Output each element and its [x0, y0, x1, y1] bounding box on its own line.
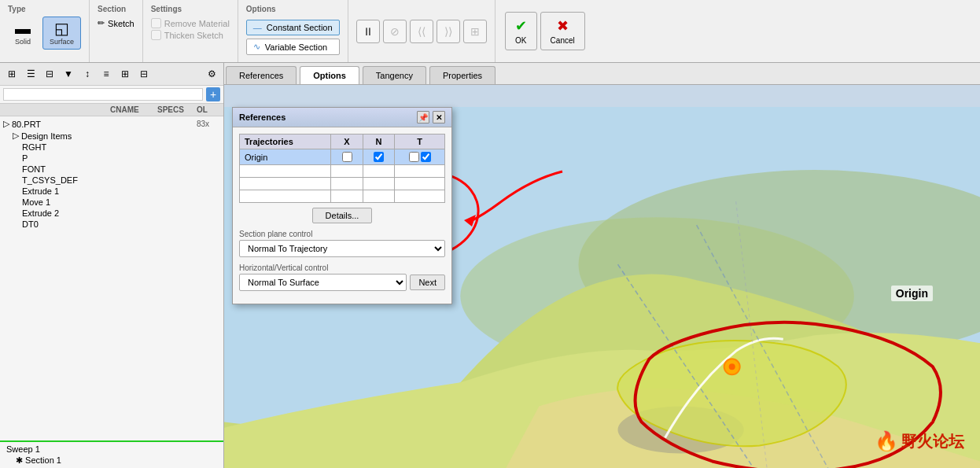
list-item[interactable]: DT0 [0, 219, 223, 230]
tabs-bar: References Options Tangency Properties [224, 63, 980, 85]
constant-section-icon: — [253, 23, 262, 32]
stop-btn[interactable]: ⊘ [383, 20, 407, 43]
surface-label: Surface [50, 38, 74, 46]
horiz-vert-select[interactable]: Normal To Surface Normal Trajectory X-Tr… [239, 274, 407, 291]
type-items: ▬ Solid ◱ Surface [8, 17, 81, 50]
n-checkbox-cell [363, 149, 394, 165]
section-plane-label: Section plane control [239, 230, 445, 238]
section-plane-row: Normal To Trajectory Normal To Projectio… [239, 240, 445, 257]
item-name-dt0: DT0 [22, 219, 110, 229]
variable-section-label: Variable Section [265, 42, 327, 52]
thicken-sketch-item: Thicken Sketch [151, 30, 230, 40]
sidebar-search-input[interactable] [3, 88, 203, 101]
t-checkbox-cell [395, 149, 445, 165]
sidebar-search-row: + [0, 86, 223, 104]
tree-col-ol: OL [197, 105, 220, 114]
dialog-title: References [239, 112, 286, 122]
origin-t2-checkbox[interactable] [421, 152, 431, 162]
solid-label: Solid [15, 38, 31, 46]
list-item[interactable]: T_CSYS_DEF [0, 175, 223, 186]
origin-x-checkbox[interactable] [342, 152, 352, 162]
item-name-extrude1: Extrude 1 [22, 186, 110, 196]
3d-viewport: Section 1 Origin References 📌 ✕ [224, 85, 980, 468]
list-item[interactable]: Extrude 2 [0, 208, 223, 219]
item-name-font: FONT [22, 164, 110, 174]
sort-icon[interactable]: ≡ [98, 65, 115, 83]
ok-btn[interactable]: ✔ OK [505, 12, 537, 50]
tree-col-specs: SPECS [157, 105, 197, 114]
view-btn[interactable]: ⊞ [463, 20, 487, 43]
cancel-label: Cancel [551, 36, 575, 45]
type-label: Type [8, 5, 26, 13]
columns-icon[interactable]: ⊞ [116, 65, 134, 83]
remove-material-checkbox[interactable] [151, 18, 161, 28]
tree-item-design[interactable]: ▷ Design Items [0, 130, 223, 142]
list-icon[interactable]: ☰ [22, 65, 39, 83]
solid-btn[interactable]: ▬ Solid [8, 17, 38, 50]
filter-icon[interactable]: ▼ [60, 65, 77, 83]
t-col-header: T [395, 135, 445, 149]
ok-label: OK [515, 36, 526, 45]
tab-properties[interactable]: Properties [429, 66, 496, 84]
sketch-item: ✏ Sketch [98, 18, 134, 28]
constant-section-btn[interactable]: — Constant Section [246, 20, 340, 35]
tree-item-filename[interactable]: ▷ 80.PRT 83x [0, 118, 223, 130]
main-content: References Options Tangency Properties [224, 63, 980, 468]
cancel-btn[interactable]: ✖ Cancel [540, 12, 585, 50]
item-extrude1-label: Extrude 1 [22, 186, 59, 196]
details-button[interactable]: Details... [312, 208, 373, 223]
ok-cancel-section: ✔ OK ✖ Cancel [496, 0, 595, 62]
origin-t1-checkbox[interactable] [409, 152, 419, 162]
sweep1-name: Sweep 1 [6, 444, 107, 454]
settings-label: Settings [151, 5, 230, 13]
prev-btn[interactable]: ⟨⟨ [410, 20, 433, 43]
tab-tangency[interactable]: Tangency [363, 66, 426, 84]
traj-col-header: Trajectories [240, 135, 331, 149]
table-icon[interactable]: ⊟ [41, 65, 58, 83]
settings-icon[interactable]: ⚙ [203, 65, 220, 83]
variable-section-btn[interactable]: ∿ Variable Section [246, 39, 340, 55]
item-name-p: P [22, 153, 110, 163]
dialog-pin-btn[interactable]: 📌 [417, 111, 429, 123]
arrow-icon[interactable]: ↕ [79, 65, 96, 83]
tree-design-name: ▷ Design Items [13, 131, 110, 141]
table-row[interactable]: Origin [240, 149, 445, 165]
list-item[interactable]: Move 1 [0, 197, 223, 208]
sidebar-add-btn[interactable]: + [206, 87, 220, 101]
sweep1-label: Sweep 1 [6, 444, 40, 454]
next-button[interactable]: Next [410, 275, 445, 290]
tree-design-icon: ▷ [13, 131, 19, 141]
tree-col-cname: CNAME [110, 105, 157, 114]
watermark-text: 野火论坛 [901, 431, 964, 452]
view-options-icon[interactable]: ⊟ [135, 65, 153, 83]
list-item[interactable]: P [0, 153, 223, 164]
list-item[interactable]: Extrude 1 [0, 186, 223, 197]
constant-section-label: Constant Section [267, 23, 333, 32]
item-name-rght: RGHT [22, 142, 110, 152]
tree-col-name [3, 105, 110, 114]
origin-n-checkbox[interactable] [374, 152, 384, 162]
sidebar-bottom: Sweep 1 ✱ Section 1 [0, 440, 223, 468]
ok-checkmark-icon: ✔ [515, 17, 527, 35]
thicken-sketch-label: Thicken Sketch [164, 31, 223, 40]
options-section: Options — Constant Section ∿ Variable Se… [238, 0, 348, 62]
list-item[interactable]: Sweep 1 [3, 444, 220, 455]
surface-btn[interactable]: ◱ Surface [42, 17, 81, 50]
origin-cell: Origin [240, 149, 331, 165]
item-name-extrude2: Extrude 2 [22, 208, 110, 218]
tab-references[interactable]: References [226, 66, 297, 84]
item-name-csys: T_CSYS_DEF [22, 175, 110, 185]
pause-btn[interactable]: ⏸ [356, 20, 380, 43]
list-item[interactable]: FONT [0, 164, 223, 175]
thicken-sketch-checkbox[interactable] [151, 30, 161, 40]
list-item[interactable]: RGHT [0, 142, 223, 153]
expand-icon[interactable]: ⊞ [3, 65, 20, 83]
item-csys-label: T_CSYS_DEF [22, 175, 78, 185]
section-plane-select[interactable]: Normal To Trajectory Normal To Projectio… [239, 240, 445, 257]
section1-name: ✱ Section 1 [16, 455, 107, 466]
tab-options[interactable]: Options [300, 66, 359, 84]
dialog-close-btn[interactable]: ✕ [433, 111, 445, 123]
list-item[interactable]: ✱ Section 1 [3, 455, 220, 466]
next-btn[interactable]: ⟩⟩ [437, 20, 460, 43]
solid-icon: ▬ [15, 20, 31, 36]
